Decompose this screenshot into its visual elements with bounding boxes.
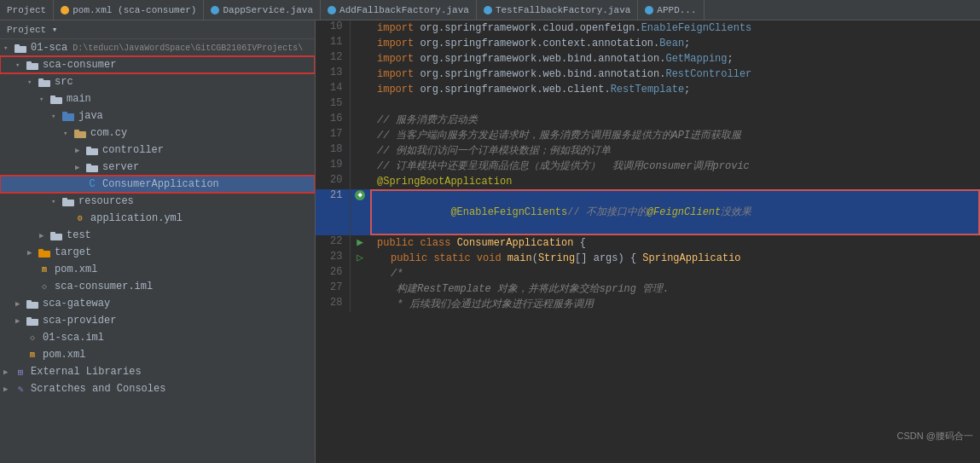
run-icon[interactable]: ▶ [357,236,363,249]
code-editor[interactable]: 10 import org.springframework.cloud.open… [316,20,980,463]
code-row-15: 15 [316,97,980,113]
code-content[interactable]: /* [370,266,980,281]
line-number: 13 [316,67,350,82]
code-content[interactable]: // 当客户端向服务方发起请求时，服务消费方调用服务提供方的API进而获取服 [370,128,980,143]
code-row-17: 17 // 当客户端向服务方发起请求时，服务消费方调用服务提供方的API进而获取… [316,128,980,143]
sidebar-item-server[interactable]: ▶ server [0,159,315,176]
code-content[interactable] [370,97,980,113]
svg-rect-12 [86,148,98,155]
expand-arrow: ▾ [15,61,26,70]
svg-rect-4 [38,80,50,87]
code-content[interactable]: public class ConsumerApplication { [370,235,980,251]
add-fallback-icon [328,6,336,14]
sidebar-item-sca-provider[interactable]: ▶ sca-provider [0,312,315,329]
folder-orange-icon [38,247,51,258]
svg-rect-20 [38,251,50,258]
run-icon-hollow[interactable]: ▷ [357,252,363,264]
item-label: test [67,229,91,241]
sidebar-item-external-libraries[interactable]: ▶ ⊞ External Libraries [0,363,315,380]
code-content[interactable]: import org.springframework.web.client.Re… [370,82,980,97]
spacer: ▶ [27,265,38,275]
sidebar-item-consumer-application[interactable]: ▶ C ConsumerApplication [0,176,315,193]
folder-icon [49,230,63,240]
sidebar[interactable]: Project ▾ ▾ 01-sca D:\teducn\JavaWordSpa… [0,20,316,463]
sidebar-item-sca-consumer-iml[interactable]: ▶ ◇ sca-consumer.iml [0,278,315,295]
code-content[interactable]: * 后续我们会通过此对象进行远程服务调用 [370,297,980,312]
iml-icon: ◇ [26,333,39,343]
yml-icon: ⚙ [73,213,87,223]
tab-test-fallback[interactable]: TestFallbackFactory.java [477,0,638,20]
code-content[interactable]: // 例如我们访问一个订单模块数据；例如我的订单 [370,143,980,159]
sidebar-item-main[interactable]: ▾ main [0,90,315,107]
sidebar-item-java[interactable]: ▾ java [0,107,315,124]
tab-add-fallback[interactable]: AddFallbackFactory.java [321,0,477,20]
sidebar-item-target[interactable]: ▶ target [0,244,315,261]
gutter [350,143,370,159]
code-content[interactable]: public static void main(String[] args) {… [370,251,980,266]
spacer: ▶ [15,350,26,360]
sidebar-item-application-yml[interactable]: ▶ ⚙ application.yml [0,210,315,227]
tab-project[interactable]: Project [0,0,54,20]
gutter [350,97,370,113]
line-number: 10 [316,20,350,36]
code-content[interactable]: import org.springframework.context.annot… [370,36,980,51]
svg-rect-22 [26,302,38,309]
item-label: resources [78,195,134,207]
line-number: 17 [316,128,350,143]
code-content[interactable]: @EnableFeignClients// 不加接口中的@FeignClient… [370,189,980,235]
expand-arrow: ▾ [63,129,73,138]
line-number: 11 [316,36,350,51]
folder-icon [26,60,39,70]
tab-add-fallback-label: AddFallbackFactory.java [339,5,469,15]
sidebar-item-root-pom-xml[interactable]: ▶ m pom.xml [0,346,315,363]
gutter: ▷ [350,251,370,266]
svg-rect-13 [86,147,91,149]
svg-rect-0 [14,46,26,53]
code-content[interactable]: 构建RestTemplate 对象，并将此对象交给spring 管理. [370,281,980,297]
item-label: main [67,93,91,105]
folder-icon [14,43,27,53]
gutter [350,36,370,51]
svg-rect-2 [26,63,38,70]
line-number: 14 [316,82,350,97]
iml-icon: ◇ [38,281,51,292]
code-content[interactable]: import org.springframework.web.bind.anno… [370,67,980,82]
sidebar-item-com-cy[interactable]: ▾ com.cy [0,124,315,142]
code-content[interactable]: @SpringBootApplication [370,174,980,189]
sidebar-item-01-sca[interactable]: ▾ 01-sca D:\teducn\JavaWordSpace\GitCGB2… [0,39,315,56]
svg-rect-7 [50,95,55,98]
sidebar-item-sca-gateway[interactable]: ▶ sca-gateway [0,295,315,312]
sidebar-item-src[interactable]: ▾ src [0,73,315,90]
item-label: 01-sca [31,42,67,54]
sidebar-item-01-sca-iml[interactable]: ▶ ◇ 01-sca.iml [0,329,315,346]
expand-arrow: ▾ [51,197,61,206]
code-content[interactable]: // 订单模块中还要呈现商品信息（成为提供方） 我调用consumer调用pro… [370,159,980,174]
expand-arrow: ▶ [3,385,14,394]
code-content[interactable]: import org.springframework.web.bind.anno… [370,51,980,67]
tab-appd[interactable]: APPD... [638,0,704,20]
sidebar-item-pom-xml[interactable]: ▶ m pom.xml [0,261,315,278]
sidebar-item-controller[interactable]: ▶ controller [0,142,315,159]
sidebar-item-resources[interactable]: ▾ resources [0,193,315,210]
code-content[interactable]: import org.springframework.cloud.openfei… [370,20,980,36]
expand-arrow: ▾ [27,78,38,87]
expand-arrow: ▶ [3,368,14,377]
scratches-icon: ✎ [14,384,27,394]
item-label: java [78,110,103,122]
sidebar-item-sca-consumer[interactable]: ▾ sca-consumer [0,56,315,73]
code-row-11: 11 import org.springframework.context.an… [316,36,980,51]
tab-pom[interactable]: pom.xml (sca-consumer) [54,0,204,20]
item-label: ConsumerApplication [102,178,219,190]
folder-icon [26,298,39,309]
code-row-21: 21 ◆ @EnableFeignClients// 不加接口中的@FeignC… [316,189,980,235]
sidebar-header-label: Project ▾ [7,24,57,35]
folder-icon [85,145,99,155]
code-content[interactable]: // 服务消费方启动类 [370,113,980,128]
sidebar-item-scratches[interactable]: ▶ ✎ Scratches and Consoles [0,380,315,397]
tab-dapp-label: DappService.java [223,5,313,15]
item-label: External Libraries [31,366,142,378]
sidebar-item-test[interactable]: ▶ test [0,227,315,244]
code-table: 10 import org.springframework.cloud.open… [316,20,980,312]
pom-icon [61,6,69,14]
tab-dapp[interactable]: DappService.java [204,0,321,20]
